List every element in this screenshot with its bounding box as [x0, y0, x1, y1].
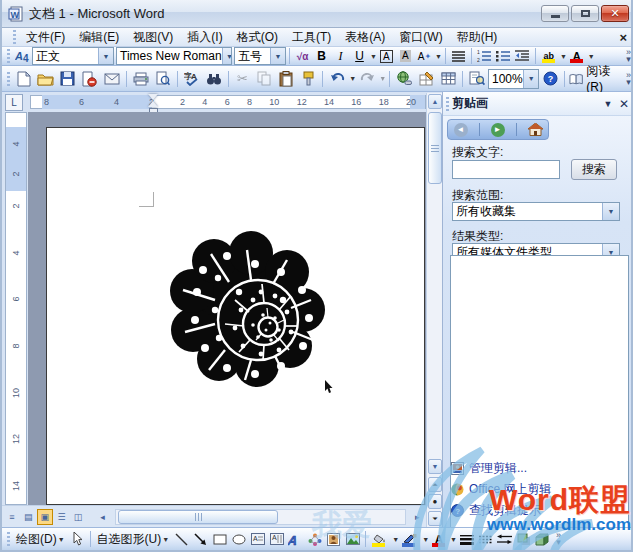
- toolbar-grip[interactable]: [13, 30, 16, 44]
- clip-art-button[interactable]: [324, 529, 343, 549]
- zoom-combo[interactable]: 100% ▼: [488, 69, 539, 89]
- undo-button[interactable]: [326, 68, 348, 90]
- chevron-down-icon[interactable]: ▼: [270, 48, 285, 64]
- next-page-button[interactable]: ⏷: [428, 511, 442, 526]
- first-line-indent-marker[interactable]: [148, 94, 158, 100]
- reading-layout-view-button[interactable]: ◫: [70, 509, 86, 525]
- vertical-scrollbar[interactable]: ▲ ▼ ⏶ ● ⏷: [426, 93, 442, 527]
- tables-borders-button[interactable]: [415, 68, 437, 90]
- shadow-style-button[interactable]: [514, 529, 533, 549]
- toolbar-grip[interactable]: [7, 49, 10, 63]
- horizontal-scrollbar-thumb[interactable]: [118, 510, 278, 524]
- underline-dropdown-icon[interactable]: ▼: [370, 53, 377, 60]
- toolbar-options-button[interactable]: »▾: [626, 72, 631, 86]
- highlight-dropdown-icon[interactable]: ▼: [560, 53, 567, 60]
- horizontal-ruler[interactable]: 8642 2468101214161820: [30, 93, 426, 111]
- draw-font-color-dropdown-icon[interactable]: ▼: [450, 536, 457, 543]
- dash-style-button[interactable]: [476, 529, 495, 549]
- decrease-indent-button[interactable]: [513, 48, 532, 65]
- scroll-up-button[interactable]: ▲: [428, 94, 442, 109]
- insert-hyperlink-button[interactable]: [393, 68, 415, 90]
- home-button[interactable]: [528, 123, 543, 136]
- search-input[interactable]: [452, 160, 560, 179]
- menu-item[interactable]: 工具(T): [285, 27, 338, 48]
- minimize-button[interactable]: [541, 5, 569, 22]
- line-color-dropdown-icon[interactable]: ▼: [422, 536, 429, 543]
- task-pane-menu-icon[interactable]: ▼: [600, 99, 616, 109]
- highlight-button[interactable]: ab: [539, 48, 559, 65]
- autoshapes-menu-button[interactable]: 自选图形(U)▼: [94, 529, 173, 549]
- redo-button[interactable]: [356, 68, 378, 90]
- task-pane-grip[interactable]: [446, 97, 449, 111]
- organize-clips-link[interactable]: 管理剪辑...: [451, 460, 527, 477]
- chevron-down-icon[interactable]: ▼: [602, 203, 619, 220]
- font-combo[interactable]: Times New Roman ▼: [116, 47, 232, 65]
- char-border-button[interactable]: A: [377, 48, 396, 65]
- line-tool-button[interactable]: [172, 529, 191, 549]
- menu-item[interactable]: 表格(A): [338, 27, 392, 48]
- maximize-button[interactable]: [571, 5, 599, 22]
- underline-button[interactable]: U: [350, 48, 369, 65]
- line-color-button[interactable]: [399, 529, 421, 549]
- search-button[interactable]: 搜索: [571, 159, 617, 180]
- diagram-button[interactable]: [305, 529, 324, 549]
- justify-button[interactable]: [449, 48, 468, 65]
- close-button[interactable]: ✕: [601, 5, 629, 22]
- back-button[interactable]: ◄: [454, 123, 468, 137]
- wordart-button[interactable]: A: [286, 529, 305, 549]
- chevron-down-icon[interactable]: ▼: [222, 48, 232, 64]
- research-button[interactable]: [203, 68, 225, 90]
- chevron-down-icon[interactable]: ▼: [98, 48, 113, 64]
- style-combo[interactable]: 正文 ▼: [32, 47, 114, 65]
- paste-button[interactable]: [275, 68, 297, 90]
- help-button[interactable]: ?: [539, 68, 561, 90]
- styles-and-formatting-button[interactable]: A 4: [13, 48, 32, 65]
- text-box-button[interactable]: A: [248, 529, 267, 549]
- read-layout-button[interactable]: 阅读(R): [568, 68, 626, 90]
- toolbar-grip[interactable]: [7, 72, 10, 86]
- email-button[interactable]: [101, 68, 123, 90]
- cut-button[interactable]: ✂: [231, 68, 253, 90]
- font-color-dropdown-icon[interactable]: ▼: [588, 53, 595, 60]
- clip-tips-link[interactable]: ? 查找剪辑提示: [451, 502, 541, 519]
- scroll-down-button[interactable]: ▼: [428, 459, 442, 474]
- print-button[interactable]: [130, 68, 152, 90]
- arrow-style-button[interactable]: [495, 529, 514, 549]
- previous-page-button[interactable]: ⏶: [428, 477, 442, 492]
- select-objects-button[interactable]: [68, 529, 87, 549]
- save-button[interactable]: [57, 68, 79, 90]
- vertical-ruler[interactable]: 42 2468101214: [5, 112, 27, 505]
- line-style-button[interactable]: [457, 529, 476, 549]
- scrollbar-thumb[interactable]: [428, 112, 442, 184]
- open-button[interactable]: [35, 68, 57, 90]
- toolbar-options-button[interactable]: »▾: [556, 532, 561, 546]
- menu-item[interactable]: 帮助(H): [450, 27, 505, 48]
- arrow-tool-button[interactable]: [191, 529, 210, 549]
- spelling-button[interactable]: 字A: [181, 68, 203, 90]
- clipart-shell[interactable]: [163, 220, 331, 400]
- menu-item[interactable]: 编辑(E): [72, 27, 126, 48]
- font-color-button[interactable]: A: [567, 48, 587, 65]
- font-size-combo[interactable]: 五号 ▼: [234, 47, 286, 65]
- undo-dropdown-icon[interactable]: ▼: [349, 75, 356, 82]
- threed-style-button[interactable]: [533, 529, 552, 549]
- scroll-right-button[interactable]: ▸: [410, 509, 426, 525]
- italic-button[interactable]: I: [331, 48, 350, 65]
- menu-item[interactable]: 窗口(W): [392, 27, 449, 48]
- char-scale-button[interactable]: A ✦: [415, 48, 434, 65]
- oval-tool-button[interactable]: [229, 529, 248, 549]
- normal-view-button[interactable]: ≡: [4, 509, 20, 525]
- rectangle-tool-button[interactable]: [210, 529, 229, 549]
- menu-item[interactable]: 视图(V): [126, 27, 180, 48]
- draw-menu-button[interactable]: 绘图(D)▼: [13, 529, 68, 549]
- formula-button[interactable]: √α: [293, 48, 312, 65]
- draw-font-color-button[interactable]: A: [429, 529, 449, 549]
- document-page[interactable]: [46, 127, 425, 505]
- insert-picture-button[interactable]: [343, 529, 362, 549]
- outline-view-button[interactable]: ☰: [54, 509, 70, 525]
- numbered-list-button[interactable]: 12: [475, 48, 494, 65]
- clips-online-link[interactable]: Office 网上剪辑: [451, 481, 551, 498]
- scroll-left-button[interactable]: ◂: [95, 509, 111, 525]
- horizontal-scrollbar-track[interactable]: [115, 509, 405, 525]
- char-scale-dropdown-icon[interactable]: ▼: [435, 53, 442, 60]
